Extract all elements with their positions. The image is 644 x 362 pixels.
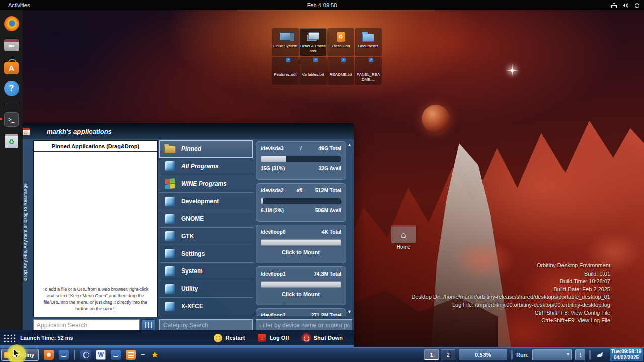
power-icon: [634, 3, 640, 8]
desktop-icon-label: Linux System: [272, 43, 298, 49]
bird-tray-icon[interactable]: [594, 349, 606, 361]
desktop-icon-label: Documents: [357, 43, 379, 49]
desktop-icon-features-odt[interactable]: ↗Features.odt: [272, 57, 299, 85]
restart-button[interactable]: Restart: [214, 334, 245, 342]
run-history-button[interactable]: !: [575, 349, 585, 360]
shortcut-arrow-icon: ↗: [313, 58, 318, 62]
dock-item-recycler[interactable]: [2, 133, 21, 148]
device-mountpoint: efi: [284, 188, 315, 193]
build-info-line: Desktop Dir: /home/markh/orbitiny-releas…: [411, 293, 610, 301]
run-command-combobox[interactable]: [532, 349, 572, 360]
taskbar-icon-orange-app[interactable]: [44, 350, 54, 360]
category-icon-wrap: [163, 197, 176, 206]
cursor-arrow-icon: [13, 349, 20, 358]
activities-button[interactable]: Activities: [5, 2, 33, 9]
view-toggle-button[interactable]: [142, 319, 155, 331]
desktop-icon-documents[interactable]: Documents: [355, 28, 382, 56]
dock-item-files[interactable]: [2, 38, 21, 53]
device-card-dev-sda2[interactable]: /dev/sda2efi512M Total6.1M (2%)506M Avai…: [256, 183, 346, 222]
desktop-icon-variables-txt[interactable]: ↗Variables.txt: [299, 57, 327, 85]
category-item-pinned[interactable]: Pinned: [159, 140, 253, 158]
folder-icon: [362, 34, 374, 42]
desktop-icon-label: Trash Can: [330, 43, 351, 49]
device-usage-bar: [261, 239, 341, 246]
dock-item-terminal[interactable]: [2, 112, 21, 127]
shortcut-arrow-icon: ↗: [369, 58, 373, 62]
build-info-line: Build: 0.01: [411, 270, 610, 278]
cube-icon: [165, 249, 175, 258]
pinned-apps-dropzone[interactable]: [34, 152, 157, 284]
taskbar-icon-word-doc-app[interactable]: [96, 350, 106, 360]
device-usage-bar: [261, 198, 341, 204]
device-mountpoint: /: [284, 146, 319, 151]
dock-item-software[interactable]: [2, 59, 21, 74]
desktop-icon-readme-txt[interactable]: ↗README.txt: [327, 57, 354, 85]
desktop-icon-panel-readme[interactable]: ↗PANEL_README....: [355, 57, 382, 85]
cube-icon: [165, 161, 175, 171]
workspace-button-1[interactable]: 1: [424, 349, 439, 360]
dock-item-firefox[interactable]: [2, 16, 21, 31]
desktop-icon-home[interactable]: ⌂ Home: [389, 225, 418, 250]
category-item-wine-programs[interactable]: WINE Programs: [159, 175, 253, 193]
taskbar-clock[interactable]: Tue:09:58:19 04/02/2025: [610, 348, 643, 361]
taskbar-icon-orange-list-app[interactable]: [126, 350, 136, 360]
cpu-usage-indicator[interactable]: 0.53%: [459, 349, 507, 360]
category-item-x-xfce[interactable]: X-XFCE: [159, 298, 253, 315]
category-item-utility[interactable]: Utility: [159, 280, 253, 298]
taskbar-icon-globe-app[interactable]: [80, 350, 91, 360]
volume-icon: [623, 3, 629, 8]
dock-item-help[interactable]: [2, 81, 21, 96]
cube-icon: [165, 197, 175, 206]
taskbar-icon-blue-loop-app[interactable]: [59, 350, 69, 360]
category-label: Pinned: [181, 145, 201, 152]
device-card-dev-loop1[interactable]: /dev/loop174.3M TotalClick to Mount: [256, 266, 346, 305]
help-icon: [4, 81, 19, 96]
session-button-label: Restart: [226, 335, 245, 341]
device-card-dev-loop2[interactable]: /dev/loop2271.2M Total: [256, 308, 346, 316]
category-item-gnome[interactable]: GNOME: [159, 210, 253, 228]
drag-handle-icon[interactable]: [3, 334, 17, 342]
taskbar-icon-star-app[interactable]: [150, 350, 160, 360]
category-label: All Programs: [181, 163, 219, 170]
taskbar-app-icons: [44, 350, 160, 360]
category-item-gtk[interactable]: GTK: [159, 228, 253, 245]
taskbar-separator: [74, 350, 75, 360]
taskbar-icon-blue-swoosh-app[interactable]: [111, 350, 121, 360]
category-search-input[interactable]: [159, 319, 253, 331]
desktop-icon-label: Disks & Partitions: [299, 43, 327, 54]
device-mountpoint: [285, 313, 311, 316]
pinned-apps-panel[interactable]: Pinned Applications (Drag&Drop) To add a…: [33, 140, 158, 317]
category-item-system[interactable]: System: [159, 263, 253, 281]
pinned-panel-header: Pinned Applications (Drag&Drop): [34, 141, 157, 152]
disks-icon: [308, 32, 319, 40]
category-item-settings[interactable]: Settings: [159, 245, 253, 263]
workspace-button-2[interactable]: 2: [441, 349, 455, 360]
device-mount-action: Click to Mount: [261, 249, 341, 255]
device-total: 4K Total: [321, 229, 341, 235]
desktop-icon-disks-partitions[interactable]: Disks & Partitions: [299, 28, 327, 56]
launch-time-label: Launch Time: 52 ms: [20, 335, 73, 341]
device-info-row: /dev/loop04K Total: [261, 229, 341, 235]
software-icon: [4, 62, 19, 74]
desktop-icon-linux-system[interactable]: Linux System: [272, 28, 299, 56]
logoff-button[interactable]: Log Off: [258, 334, 289, 342]
device-card-dev-loop0[interactable]: /dev/loop04K TotalClick to Mount: [256, 225, 346, 263]
session-button-label: Log Off: [269, 335, 289, 341]
scroll-down-icon[interactable]: ▼: [347, 309, 352, 314]
firefox-icon: [4, 16, 19, 31]
system-tray[interactable]: [611, 3, 640, 8]
category-item-all-programs[interactable]: All Programs: [159, 158, 253, 175]
device-total: 74.3M Total: [314, 271, 341, 277]
application-search-input[interactable]: [33, 319, 140, 331]
cube-icon: [165, 284, 175, 294]
category-item-development[interactable]: Development: [159, 193, 253, 210]
scroll-up-icon[interactable]: ▲: [347, 142, 352, 147]
menu-bottom-bar: Launch Time: 52 ms RestartLog OffShut Do…: [0, 330, 354, 345]
device-name: /dev/loop1: [261, 271, 285, 277]
device-card-dev-sda3[interactable]: /dev/sda3/49G Total15G (31%)32G Avail: [256, 141, 346, 180]
desktop-icon-trash-can[interactable]: Trash Can: [327, 28, 354, 56]
topbar-clock[interactable]: Feb 4 09:58: [0, 2, 644, 8]
shutdown-button[interactable]: Shut Down: [302, 334, 343, 342]
device-usage-bar: [261, 156, 341, 162]
device-filter-input[interactable]: [256, 319, 352, 331]
